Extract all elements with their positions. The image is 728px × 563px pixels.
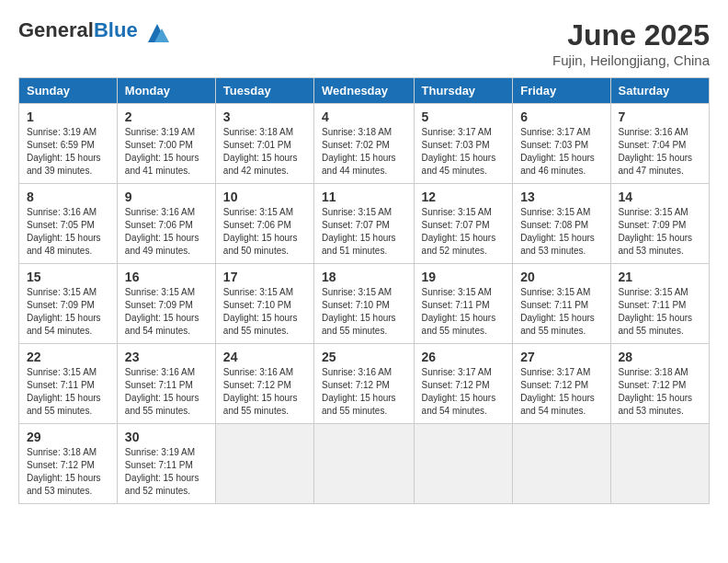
day-info: Sunrise: 3:16 AMSunset: 7:06 PMDaylight:… bbox=[125, 207, 199, 256]
empty-cell bbox=[314, 424, 415, 504]
day-number: 12 bbox=[422, 190, 506, 204]
table-row: 28 Sunrise: 3:18 AMSunset: 7:12 PMDaylig… bbox=[610, 344, 709, 424]
day-info: Sunrise: 3:18 AMSunset: 7:12 PMDaylight:… bbox=[27, 447, 101, 496]
table-row: 4 Sunrise: 3:18 AMSunset: 7:02 PMDayligh… bbox=[314, 104, 415, 184]
day-number: 1 bbox=[27, 109, 109, 124]
table-row: 20 Sunrise: 3:15 AMSunset: 7:11 PMDaylig… bbox=[513, 264, 610, 344]
day-number: 3 bbox=[223, 109, 306, 124]
day-info: Sunrise: 3:15 AMSunset: 7:07 PMDaylight:… bbox=[422, 207, 496, 256]
day-number: 8 bbox=[27, 190, 109, 204]
empty-cell bbox=[610, 424, 709, 504]
day-info: Sunrise: 3:17 AMSunset: 7:03 PMDaylight:… bbox=[422, 127, 496, 176]
header-wednesday: Wednesday bbox=[314, 78, 415, 104]
logo-general: General bbox=[18, 18, 94, 41]
table-row: 29 Sunrise: 3:18 AMSunset: 7:12 PMDaylig… bbox=[19, 424, 118, 504]
table-row: 8 Sunrise: 3:16 AMSunset: 7:05 PMDayligh… bbox=[19, 184, 118, 264]
table-row: 1 Sunrise: 3:19 AMSunset: 6:59 PMDayligh… bbox=[19, 104, 118, 184]
weekday-header-row: Sunday Monday Tuesday Wednesday Thursday… bbox=[19, 78, 710, 104]
table-row: 3 Sunrise: 3:18 AMSunset: 7:01 PMDayligh… bbox=[215, 104, 313, 184]
table-row: 23 Sunrise: 3:16 AMSunset: 7:11 PMDaylig… bbox=[117, 344, 215, 424]
day-info: Sunrise: 3:15 AMSunset: 7:08 PMDaylight:… bbox=[520, 207, 595, 256]
day-number: 2 bbox=[125, 109, 208, 124]
table-row: 9 Sunrise: 3:16 AMSunset: 7:06 PMDayligh… bbox=[117, 184, 215, 264]
day-number: 11 bbox=[322, 190, 406, 204]
table-row: 22 Sunrise: 3:15 AMSunset: 7:11 PMDaylig… bbox=[19, 344, 118, 424]
day-number: 25 bbox=[322, 350, 406, 364]
table-row: 11 Sunrise: 3:15 AMSunset: 7:07 PMDaylig… bbox=[314, 184, 415, 264]
day-info: Sunrise: 3:16 AMSunset: 7:12 PMDaylight:… bbox=[322, 367, 396, 416]
table-row: 5 Sunrise: 3:17 AMSunset: 7:03 PMDayligh… bbox=[414, 104, 513, 184]
calendar-row: 22 Sunrise: 3:15 AMSunset: 7:11 PMDaylig… bbox=[19, 344, 710, 424]
day-info: Sunrise: 3:15 AMSunset: 7:09 PMDaylight:… bbox=[27, 287, 101, 336]
day-info: Sunrise: 3:15 AMSunset: 7:10 PMDaylight:… bbox=[322, 287, 396, 336]
calendar-row: 15 Sunrise: 3:15 AMSunset: 7:09 PMDaylig… bbox=[19, 264, 710, 344]
day-info: Sunrise: 3:15 AMSunset: 7:09 PMDaylight:… bbox=[125, 287, 199, 336]
day-info: Sunrise: 3:17 AMSunset: 7:12 PMDaylight:… bbox=[520, 367, 595, 416]
day-info: Sunrise: 3:18 AMSunset: 7:12 PMDaylight:… bbox=[619, 367, 693, 416]
day-number: 5 bbox=[422, 109, 506, 124]
header-saturday: Saturday bbox=[610, 78, 709, 104]
day-number: 28 bbox=[619, 350, 701, 364]
calendar: Sunday Monday Tuesday Wednesday Thursday… bbox=[18, 77, 710, 504]
day-info: Sunrise: 3:16 AMSunset: 7:11 PMDaylight:… bbox=[125, 367, 199, 416]
day-number: 14 bbox=[619, 190, 701, 204]
day-number: 21 bbox=[619, 270, 701, 284]
calendar-row: 29 Sunrise: 3:18 AMSunset: 7:12 PMDaylig… bbox=[19, 424, 710, 504]
table-row: 30 Sunrise: 3:19 AMSunset: 7:11 PMDaylig… bbox=[117, 424, 215, 504]
day-number: 9 bbox=[125, 190, 208, 204]
table-row: 18 Sunrise: 3:15 AMSunset: 7:10 PMDaylig… bbox=[314, 264, 415, 344]
header-tuesday: Tuesday bbox=[215, 78, 313, 104]
table-row: 25 Sunrise: 3:16 AMSunset: 7:12 PMDaylig… bbox=[314, 344, 415, 424]
day-info: Sunrise: 3:15 AMSunset: 7:11 PMDaylight:… bbox=[27, 367, 101, 416]
day-number: 29 bbox=[27, 430, 109, 444]
day-info: Sunrise: 3:19 AMSunset: 7:11 PMDaylight:… bbox=[125, 447, 199, 496]
day-number: 30 bbox=[125, 430, 208, 444]
table-row: 19 Sunrise: 3:15 AMSunset: 7:11 PMDaylig… bbox=[414, 264, 513, 344]
calendar-row: 8 Sunrise: 3:16 AMSunset: 7:05 PMDayligh… bbox=[19, 184, 710, 264]
table-row: 13 Sunrise: 3:15 AMSunset: 7:08 PMDaylig… bbox=[513, 184, 610, 264]
day-number: 6 bbox=[520, 109, 602, 124]
table-row: 6 Sunrise: 3:17 AMSunset: 7:03 PMDayligh… bbox=[513, 104, 610, 184]
table-row: 16 Sunrise: 3:15 AMSunset: 7:09 PMDaylig… bbox=[117, 264, 215, 344]
header-thursday: Thursday bbox=[414, 78, 513, 104]
day-number: 19 bbox=[422, 270, 506, 284]
table-row: 17 Sunrise: 3:15 AMSunset: 7:10 PMDaylig… bbox=[215, 264, 313, 344]
day-number: 15 bbox=[27, 270, 109, 284]
day-number: 23 bbox=[125, 350, 208, 364]
day-info: Sunrise: 3:15 AMSunset: 7:09 PMDaylight:… bbox=[619, 207, 693, 256]
header-sunday: Sunday bbox=[19, 78, 118, 104]
table-row: 2 Sunrise: 3:19 AMSunset: 7:00 PMDayligh… bbox=[117, 104, 215, 184]
table-row: 14 Sunrise: 3:15 AMSunset: 7:09 PMDaylig… bbox=[610, 184, 709, 264]
day-number: 10 bbox=[223, 190, 306, 204]
calendar-row: 1 Sunrise: 3:19 AMSunset: 6:59 PMDayligh… bbox=[19, 104, 710, 184]
day-info: Sunrise: 3:16 AMSunset: 7:04 PMDaylight:… bbox=[619, 127, 693, 176]
day-number: 27 bbox=[520, 350, 602, 364]
table-row: 24 Sunrise: 3:16 AMSunset: 7:12 PMDaylig… bbox=[215, 344, 313, 424]
day-info: Sunrise: 3:15 AMSunset: 7:06 PMDaylight:… bbox=[223, 207, 298, 256]
month-title: June 2025 bbox=[552, 18, 710, 52]
day-info: Sunrise: 3:15 AMSunset: 7:11 PMDaylight:… bbox=[422, 287, 496, 336]
logo: GeneralBlue bbox=[18, 18, 171, 47]
empty-cell bbox=[414, 424, 513, 504]
day-info: Sunrise: 3:19 AMSunset: 6:59 PMDaylight:… bbox=[27, 127, 101, 176]
day-number: 13 bbox=[520, 190, 602, 204]
table-row: 26 Sunrise: 3:17 AMSunset: 7:12 PMDaylig… bbox=[414, 344, 513, 424]
table-row: 10 Sunrise: 3:15 AMSunset: 7:06 PMDaylig… bbox=[215, 184, 313, 264]
day-number: 22 bbox=[27, 350, 109, 364]
table-row: 12 Sunrise: 3:15 AMSunset: 7:07 PMDaylig… bbox=[414, 184, 513, 264]
location-title: Fujin, Heilongjiang, China bbox=[552, 52, 710, 68]
day-info: Sunrise: 3:17 AMSunset: 7:12 PMDaylight:… bbox=[422, 367, 496, 416]
day-info: Sunrise: 3:16 AMSunset: 7:05 PMDaylight:… bbox=[27, 207, 101, 256]
title-area: June 2025 Fujin, Heilongjiang, China bbox=[552, 18, 710, 68]
logo-icon bbox=[143, 19, 171, 47]
day-info: Sunrise: 3:15 AMSunset: 7:11 PMDaylight:… bbox=[520, 287, 595, 336]
header: GeneralBlue June 2025 Fujin, Heilongjian… bbox=[18, 18, 710, 68]
header-friday: Friday bbox=[513, 78, 610, 104]
day-info: Sunrise: 3:19 AMSunset: 7:00 PMDaylight:… bbox=[125, 127, 199, 176]
logo-blue: Blue bbox=[94, 18, 138, 41]
day-info: Sunrise: 3:16 AMSunset: 7:12 PMDaylight:… bbox=[223, 367, 298, 416]
day-info: Sunrise: 3:15 AMSunset: 7:10 PMDaylight:… bbox=[223, 287, 298, 336]
table-row: 15 Sunrise: 3:15 AMSunset: 7:09 PMDaylig… bbox=[19, 264, 118, 344]
day-info: Sunrise: 3:15 AMSunset: 7:07 PMDaylight:… bbox=[322, 207, 396, 256]
day-info: Sunrise: 3:17 AMSunset: 7:03 PMDaylight:… bbox=[520, 127, 595, 176]
